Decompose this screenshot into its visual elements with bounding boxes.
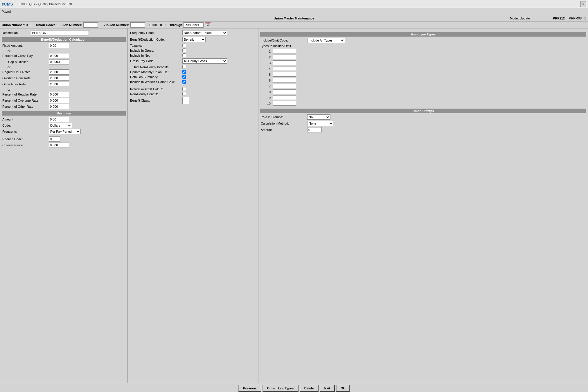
ok-button[interactable]: Ok: [336, 385, 350, 392]
emp-type-input-7[interactable]: [273, 84, 296, 88]
401k-section: Include in 401K Calc 7: Non-Hourly Benef…: [130, 87, 256, 104]
stamps-amount-input[interactable]: [307, 127, 322, 132]
paid-in-stamps-label: Paid in Stamps:: [261, 115, 307, 119]
emp-type-input-9[interactable]: [273, 95, 296, 100]
percent-other-rate-input[interactable]: [49, 104, 69, 109]
company-info: 37/000 Quick Quality Builders,Inc 370: [19, 2, 72, 6]
percent-gross-pay-input[interactable]: [49, 53, 69, 58]
menu-payroll[interactable]: Payroll: [2, 10, 12, 13]
fixed-amount-input[interactable]: [49, 43, 69, 48]
percent-other-rate-row: Percent of Other Rate:: [2, 104, 126, 109]
previous-button[interactable]: Previous: [238, 385, 261, 392]
include-omit-code-select[interactable]: Include All Types Omit Include: [307, 38, 345, 43]
emp-type-input-5[interactable]: [273, 72, 296, 77]
include-in-net-checkbox[interactable]: [182, 53, 186, 57]
cap-multiplier-input[interactable]: [49, 59, 69, 64]
emp-type-input-6[interactable]: [273, 78, 296, 82]
update-monthly-checkbox[interactable]: [182, 70, 186, 74]
taxable-row: Taxable:: [130, 44, 256, 47]
frequency-code-select[interactable]: Not Automat. Taken Automatic: [182, 30, 227, 35]
max-frequency-select[interactable]: Per Pay Period Monthly Annual: [49, 129, 81, 134]
benefit-class-label: Benefit Class:: [130, 99, 182, 102]
other-hour-rate-label: Other Hour Rate:: [2, 82, 49, 86]
include-in-gross-row: Include in Gross:: [130, 48, 256, 52]
mid-panel: Frequency Code: Not Automat. Taken Autom…: [128, 28, 258, 383]
date-to-input[interactable]: [183, 22, 204, 28]
include-in-gross-label: Include in Gross:: [130, 49, 182, 52]
reduce-code-row: Reduce Code:: [2, 136, 126, 142]
incl-non-hourly-benefits-row: Incl Non-Hourly Benefits:: [130, 65, 256, 69]
main-content: Description: Benefit/Deduction Calculati…: [0, 28, 588, 383]
emp-type-num-10: 10: [260, 101, 272, 106]
benefit-deduction-code-select[interactable]: Benefit Deduction: [182, 37, 206, 42]
calendar-icon[interactable]: 📅: [205, 22, 211, 27]
incl-non-hourly-benefits-checkbox[interactable]: [182, 65, 186, 69]
union-code-label: Union Code:: [36, 23, 55, 27]
401k-checkbox[interactable]: [182, 87, 186, 91]
workers-comp-row: Include in Worker's Comp Calc:: [130, 80, 256, 84]
paid-in-stamps-row: Paid in Stamps: No Yes: [260, 114, 586, 120]
emp-type-input-8[interactable]: [273, 89, 296, 94]
other-hour-types-button[interactable]: Other Hour Types: [262, 385, 299, 392]
max-frequency-row: Frequency: Per Pay Period Monthly Annual: [2, 129, 126, 134]
regular-hour-rate-input[interactable]: [49, 69, 69, 75]
types-label: Types to Include/Omit: [260, 44, 586, 48]
emp-type-num-7: 7: [260, 84, 272, 89]
emp-type-input-2[interactable]: [273, 55, 296, 59]
percent-overtime-rate-input[interactable]: [49, 98, 69, 103]
cutover-percent-row: Cutover Percent:: [2, 143, 126, 148]
cap-multiplier-row: Cap Multiplier:: [2, 59, 126, 64]
cutover-percent-input[interactable]: [49, 143, 69, 148]
fixed-amount-label: Fixed Amount:: [2, 44, 49, 47]
fixed-amount-row: Fixed Amount:: [2, 43, 126, 48]
or-divider-3: or: [8, 88, 126, 91]
emp-type-num-3: 3: [260, 60, 272, 66]
detail-on-summary-label: Detail on Summary:: [130, 75, 182, 79]
mode-info: Mode: Update: [510, 17, 530, 20]
calculation-method-select[interactable]: None Method 1: [307, 121, 333, 126]
overtime-hour-rate-input[interactable]: [49, 75, 69, 81]
union-number-group: Union Number: 009: [2, 23, 31, 27]
max-amount-input[interactable]: [49, 117, 69, 122]
detail-on-summary-checkbox[interactable]: [182, 75, 186, 79]
gross-pay-code-select[interactable]: All Hourly Gross Regular Gross: [182, 58, 227, 64]
percent-gross-pay-label: Percent of Gross Pay:: [2, 54, 49, 57]
taxable-checkbox[interactable]: [182, 44, 186, 47]
reduce-code-input[interactable]: [49, 136, 60, 142]
job-number-input[interactable]: [83, 22, 98, 28]
emp-type-input-10[interactable]: [273, 101, 296, 106]
union-number-label: Union Number:: [2, 23, 25, 27]
bottom-bar: Previous Other Hour Types Delete Exit Ok: [0, 383, 588, 392]
percent-other-rate-label: Percent of Other Rate:: [2, 105, 49, 108]
max-frequency-label: Frequency:: [2, 130, 49, 133]
non-hourly-benefit-row: Non-Hourly Benefit:: [130, 92, 256, 96]
description-input[interactable]: [31, 30, 89, 35]
help-button[interactable]: ?: [580, 1, 586, 7]
percent-overtime-rate-label: Percent of Overtime Rate:: [2, 99, 49, 102]
other-hour-rate-input[interactable]: [49, 82, 69, 87]
emp-type-input-3[interactable]: [273, 60, 296, 65]
workers-comp-checkbox[interactable]: [182, 80, 186, 84]
emp-type-num-1: 1: [260, 49, 272, 54]
max-code-select[interactable]: Dollars Hours: [49, 123, 72, 128]
emp-type-num-5: 5: [260, 72, 272, 77]
overtime-hour-rate-label: Overtime Hour Rate:: [2, 76, 49, 80]
screen-title: Union Master Maintenance: [274, 17, 314, 20]
stamps-amount-label: Amount:: [261, 128, 307, 132]
percent-regular-rate-input[interactable]: [49, 92, 69, 97]
benefit-class-input[interactable]: [182, 97, 189, 104]
emp-type-input-1[interactable]: [273, 49, 296, 53]
regular-hour-rate-label: Regular Hour Rate:: [2, 70, 49, 74]
delete-button[interactable]: Delete: [300, 385, 319, 392]
stamps-amount-row: Amount:: [260, 127, 586, 132]
include-in-gross-checkbox[interactable]: [182, 48, 186, 52]
sub-job-number-label: Sub Job Number:: [103, 23, 129, 27]
sub-job-number-input[interactable]: [130, 22, 145, 28]
calculation-method-label: Calculation Method:: [261, 122, 307, 125]
non-hourly-benefit-checkbox[interactable]: [182, 92, 186, 96]
exit-button[interactable]: Exit: [320, 385, 335, 392]
emp-type-input-4[interactable]: [273, 66, 296, 71]
emp-type-num-2: 2: [260, 55, 272, 60]
paid-in-stamps-select[interactable]: No Yes: [307, 114, 330, 120]
gross-pay-code-label: Gross Pay Code:: [130, 59, 182, 63]
